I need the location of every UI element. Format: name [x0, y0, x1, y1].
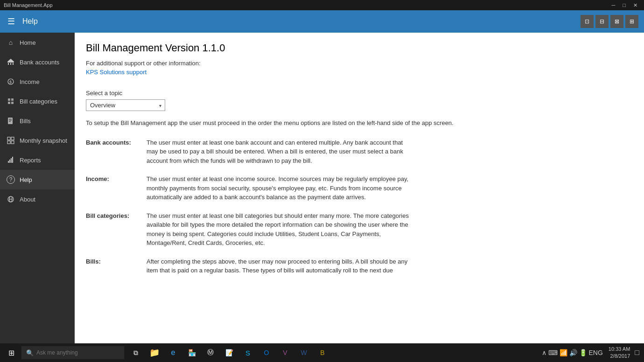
taskbar-apps: ⧉ 📁 e 🏪 Ⓜ 📝 S O V W B [127, 344, 331, 362]
title-bar-controls: ─ □ ✕ [609, 2, 640, 8]
tray-input[interactable]: ENG [589, 349, 603, 356]
sidebar-label-monthly-snapshot: Monthly snapshot [20, 137, 67, 144]
overview-text: To setup the Bill Management app the use… [86, 118, 633, 128]
sidebar-item-income[interactable]: $ Income [0, 72, 75, 91]
svg-rect-17 [11, 158, 12, 163]
taskbar-tray: ∧ ⌨ 📶 🔊 🔋 ENG 10:33 AM 2/8/2017 □ [542, 346, 643, 360]
categories-icon [7, 97, 15, 105]
sidebar-item-help[interactable]: ? Help [0, 170, 75, 189]
svg-rect-12 [11, 137, 14, 140]
search-input[interactable] [36, 349, 119, 356]
svg-marker-4 [7, 59, 14, 62]
tray-sound[interactable]: 🔊 [569, 349, 577, 356]
svg-rect-7 [8, 118, 13, 124]
word-button[interactable]: W [295, 344, 313, 362]
topic-label: Select a topic [86, 90, 633, 97]
edge-button[interactable]: e [164, 344, 182, 362]
help-term: Bank accounts: [86, 135, 147, 172]
svg-rect-15 [8, 161, 9, 163]
app-button[interactable]: B [314, 344, 331, 362]
help-term: Income: [86, 172, 147, 209]
svg-rect-18 [12, 157, 13, 163]
svg-rect-0 [7, 62, 14, 63]
maximize-button[interactable]: □ [620, 2, 629, 8]
bills-icon [7, 117, 15, 125]
svg-rect-14 [11, 141, 14, 144]
sidebar-label-bill-categories: Bill categories [20, 98, 57, 105]
help-description: The user must enter at least one income … [147, 172, 413, 209]
sidebar-item-bills[interactable]: Bills [0, 111, 75, 131]
support-link[interactable]: KPS Solutions support [86, 69, 147, 76]
clock-date: 2/8/2017 [609, 353, 630, 360]
svg-rect-9 [9, 120, 12, 121]
svg-rect-11 [7, 137, 10, 140]
content-title: Bill Management Version 1.1.0 [86, 42, 633, 54]
topbar-icon-4[interactable]: ⊞ [625, 15, 638, 28]
sidebar-label-home: Home [20, 39, 36, 46]
sidebar-item-bill-categories[interactable]: Bill categories [0, 91, 75, 111]
sidebar-item-bank-accounts[interactable]: Bank accounts [0, 52, 75, 72]
sidebar-item-monthly-snapshot[interactable]: Monthly snapshot [0, 131, 75, 150]
top-bar: ☰ Help ⊡ ⊟ ⊠ ⊞ [0, 10, 644, 33]
table-row: Income:The user must enter at least one … [86, 172, 413, 209]
tray-icons: ∧ ⌨ 📶 🔊 🔋 ENG [542, 349, 603, 356]
sidebar-label-income: Income [20, 78, 40, 85]
top-bar-title: Help [22, 17, 38, 26]
store-button[interactable]: 🏪 [183, 344, 201, 362]
start-button[interactable]: ⊞ [2, 344, 21, 362]
notifications-icon[interactable]: □ [635, 348, 639, 357]
sidebar-item-home[interactable]: ⌂ Home [0, 33, 75, 52]
sidebar-item-reports[interactable]: Reports [0, 150, 75, 170]
monthly-icon [7, 136, 15, 145]
help-table: Bank accounts:The user must enter at lea… [86, 135, 413, 282]
income-icon: $ [7, 77, 15, 86]
help-term: Bills: [86, 254, 147, 282]
app-container: ☰ Help ⊡ ⊟ ⊠ ⊞ ⌂ Home [0, 10, 644, 362]
tray-battery[interactable]: 🔋 [579, 349, 587, 356]
topbar-icon-2[interactable]: ⊟ [595, 15, 609, 28]
tray-chevron[interactable]: ∧ [542, 349, 546, 356]
svg-rect-3 [13, 63, 14, 65]
svg-text:$: $ [9, 80, 12, 84]
sidebar-label-about: About [20, 196, 35, 203]
svg-rect-2 [10, 63, 11, 65]
task-view-button[interactable]: ⧉ [127, 344, 145, 362]
taskbar-search-box[interactable]: 🔍 [21, 346, 124, 359]
help-icon: ? [7, 175, 15, 184]
vs-button[interactable]: V [276, 344, 294, 362]
tray-keyboard[interactable]: ⌨ [548, 349, 558, 356]
table-row: Bills:After completing the steps above, … [86, 254, 413, 282]
topic-select[interactable]: Overview Bank accounts Income Bill categ… [86, 99, 165, 111]
topbar-icon-3[interactable]: ⊠ [610, 15, 623, 28]
help-description: The user must enter at least one bill ca… [147, 209, 413, 254]
sidebar-label-reports: Reports [20, 157, 41, 164]
sidebar-label-bank-accounts: Bank accounts [20, 59, 59, 66]
outlook-button[interactable]: O [258, 344, 275, 362]
svg-rect-1 [8, 63, 9, 65]
skype-button[interactable]: S [239, 344, 257, 362]
taskbar-clock[interactable]: 10:33 AM 2/8/2017 [609, 346, 630, 360]
home-icon: ⌂ [7, 38, 15, 47]
hamburger-icon[interactable]: ☰ [6, 14, 17, 28]
notepad-button[interactable]: 📝 [220, 344, 238, 362]
sidebar: ⌂ Home Bank accounts [0, 33, 75, 343]
search-icon: 🔍 [26, 349, 34, 356]
help-description: The user must enter at least one bank ac… [147, 135, 413, 172]
reports-icon [7, 156, 15, 164]
minimize-button[interactable]: ─ [609, 2, 618, 8]
sidebar-item-about[interactable]: About [0, 189, 75, 209]
topbar-icon-1[interactable]: ⊡ [581, 15, 594, 28]
help-term: Bill categories: [86, 209, 147, 254]
file-explorer-button[interactable]: 📁 [146, 344, 163, 362]
close-button[interactable]: ✕ [630, 2, 640, 8]
top-bar-icons: ⊡ ⊟ ⊠ ⊞ [581, 15, 638, 28]
taskbar: ⊞ 🔍 ⧉ 📁 e 🏪 Ⓜ 📝 S O V W B ∧ ⌨ 📶 🔊 🔋 [0, 343, 644, 362]
title-bar-title: Bill Management.App [4, 2, 53, 8]
metro-button[interactable]: Ⓜ [202, 344, 219, 362]
svg-rect-16 [9, 160, 10, 163]
clock-time: 10:33 AM [609, 346, 630, 353]
tray-network[interactable]: 📶 [560, 349, 567, 356]
table-row: Bill categories:The user must enter at l… [86, 209, 413, 254]
bank-icon [7, 58, 15, 66]
sidebar-label-bills: Bills [20, 118, 31, 125]
